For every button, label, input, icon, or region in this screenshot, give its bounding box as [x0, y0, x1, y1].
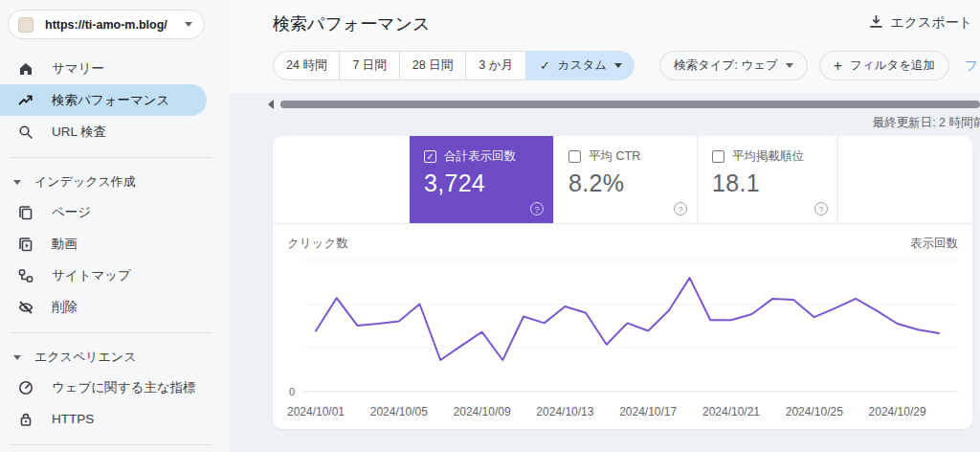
custom-range-label: カスタム	[558, 57, 607, 74]
sitemap-icon	[17, 267, 34, 284]
chevron-down-icon	[13, 180, 21, 185]
metric-spacer	[273, 136, 410, 223]
sidebar-item-label: 検索パフォーマンス	[52, 92, 169, 109]
sidebar-item-label: ページ	[52, 204, 91, 221]
sidebar-item-label: ウェブに関する主な指標	[52, 379, 196, 396]
sidebar-section-label: インデックス作成	[34, 173, 136, 191]
sidebar-item-label: サイトマップ	[52, 267, 131, 284]
gauge-icon	[17, 379, 34, 396]
page-title: 検索パフォーマンス	[273, 12, 431, 35]
metric-tile-total-impressions[interactable]: 合計表示回数 3,724 ?	[410, 136, 553, 223]
sidebar: https://ti-amo-m.blog/ サマリー 検索パフォーマンス UR…	[0, 0, 230, 452]
x-axis-tick-label: 2024/10/01	[287, 405, 345, 418]
chevron-down-icon	[185, 22, 192, 27]
search-console-app: https://ti-amo-m.blog/ サマリー 検索パフォーマンス UR…	[0, 0, 980, 452]
last-updated-text: 最終更新日: 2 時間前	[268, 115, 980, 131]
help-icon[interactable]: ?	[530, 202, 544, 215]
site-favicon	[18, 17, 33, 33]
sidebar-item-label: 削除	[52, 299, 78, 316]
checkbox-unchecked-icon[interactable]	[712, 150, 724, 163]
date-range-24h[interactable]: 24 時間	[273, 51, 340, 80]
x-axis-tick-label: 2024/10/13	[536, 405, 593, 418]
y-axis-left-label: クリック数	[287, 236, 348, 253]
main-header: 検索パフォーマンス エクスポート	[230, 0, 980, 35]
sidebar-item-label: URL 検査	[52, 124, 106, 141]
y-axis-zero-label: 0	[289, 386, 295, 397]
export-label: エクスポート	[890, 14, 972, 32]
search-type-label: 検索タイプ: ウェブ	[674, 57, 778, 74]
content-area: 最終更新日: 2 時間前 合計表示回数 3,724 ?	[230, 94, 980, 452]
metric-value: 3,724	[424, 170, 553, 197]
video-icon	[17, 236, 34, 253]
date-range-custom[interactable]: ✓ カスタム	[525, 51, 635, 80]
x-axis-ticks: 2024/10/012024/10/052024/10/092024/10/13…	[287, 405, 958, 424]
download-icon	[869, 14, 883, 32]
metric-label: 平均 CTR	[589, 148, 640, 165]
metric-value: 18.1	[712, 170, 837, 197]
scrollbar-thumb[interactable]	[280, 101, 980, 108]
property-selector[interactable]: https://ti-amo-m.blog/	[8, 10, 205, 39]
main-area: 検索パフォーマンス エクスポート 24 時間 7 日間 28 日間 3 か月 ✓…	[230, 0, 980, 452]
sidebar-section-experience[interactable]: エクスペリエンス	[0, 343, 230, 372]
metric-tile-average-position[interactable]: 平均掲載順位 18.1 ?	[697, 136, 838, 223]
add-filter-label: フィルタを追加	[850, 57, 935, 74]
x-axis-tick-label: 2024/10/17	[619, 405, 677, 418]
metric-label: 合計表示回数	[444, 148, 516, 165]
x-axis-tick-label: 2024/10/29	[869, 405, 926, 418]
metric-value: 8.2%	[568, 170, 697, 197]
scroll-left-icon[interactable]	[268, 100, 274, 109]
sidebar-item-videos[interactable]: 動画	[0, 228, 230, 260]
sidebar-item-label: 動画	[52, 236, 78, 253]
sidebar-item-label: HTTPS	[52, 412, 94, 426]
checkbox-unchecked-icon[interactable]	[568, 150, 581, 163]
lock-icon	[17, 411, 34, 428]
x-axis-tick-label: 2024/10/05	[370, 405, 428, 418]
x-axis-tick-label: 2024/10/25	[786, 405, 843, 418]
chart-legend: クリック数 表示回数	[287, 236, 958, 253]
sidebar-item-summary[interactable]: サマリー	[0, 53, 230, 84]
sidebar-item-url-inspection[interactable]: URL 検査	[0, 116, 230, 147]
sidebar-section-indexing[interactable]: インデックス作成	[0, 168, 230, 196]
chevron-down-icon	[13, 355, 21, 360]
sidebar-section-label: エクスペリエンス	[34, 349, 136, 366]
search-icon	[17, 124, 34, 141]
sidebar-item-search-performance[interactable]: 検索パフォーマンス	[0, 84, 207, 116]
help-icon[interactable]: ?	[674, 202, 687, 215]
performance-card: 合計表示回数 3,724 ? 平均 CTR 8.2% ?	[273, 136, 972, 429]
sidebar-item-core-web-vitals[interactable]: ウェブに関する主な指標	[0, 372, 230, 403]
filter-row: 24 時間 7 日間 28 日間 3 か月 ✓ カスタム 検索タイプ: ウェブ …	[273, 51, 980, 80]
property-url: https://ti-amo-m.blog/	[45, 18, 167, 32]
sidebar-item-label: サマリー	[52, 60, 104, 78]
add-filter-button[interactable]: + フィルタを追加	[819, 51, 949, 80]
sidebar-item-pages[interactable]: ページ	[0, 196, 230, 228]
sidebar-divider	[10, 444, 212, 445]
metric-label: 平均掲載順位	[732, 148, 804, 165]
date-range-segmented-control: 24 時間 7 日間 28 日間 3 か月 ✓ カスタム	[273, 51, 635, 80]
horizontal-scrollbar	[268, 94, 980, 109]
chart-zone: クリック数 表示回数 0 2024/10/012024/10/052024/10…	[273, 224, 972, 424]
x-axis-tick-label: 2024/10/09	[454, 405, 511, 418]
sidebar-item-removals[interactable]: 削除	[0, 291, 230, 323]
checkbox-checked-icon[interactable]	[424, 150, 436, 163]
eye-off-icon	[17, 299, 34, 316]
metric-tile-average-ctr[interactable]: 平均 CTR 8.2% ?	[553, 136, 697, 223]
help-icon[interactable]: ?	[814, 202, 828, 215]
date-range-7d[interactable]: 7 日間	[339, 51, 399, 80]
sidebar-divider	[10, 332, 212, 333]
metric-row: 合計表示回数 3,724 ? 平均 CTR 8.2% ?	[273, 136, 972, 224]
performance-chart: 0	[287, 259, 958, 402]
chevron-down-icon	[614, 63, 622, 68]
sidebar-divider	[10, 157, 212, 158]
date-range-3m[interactable]: 3 か月	[465, 51, 526, 80]
y-axis-right-label: 表示回数	[910, 236, 958, 253]
chevron-down-icon	[786, 63, 793, 68]
export-button[interactable]: エクスポート	[869, 12, 972, 32]
search-type-dropdown[interactable]: 検索タイプ: ウェブ	[659, 51, 808, 80]
x-axis-tick-label: 2024/10/21	[702, 405, 760, 418]
trending-up-icon	[17, 92, 34, 109]
reset-filters-link[interactable]: フィルタをリセット	[965, 57, 980, 75]
date-range-28d[interactable]: 28 日間	[399, 51, 466, 80]
plus-icon: +	[834, 57, 842, 75]
sidebar-item-https[interactable]: HTTPS	[0, 403, 230, 435]
sidebar-item-sitemaps[interactable]: サイトマップ	[0, 260, 230, 291]
